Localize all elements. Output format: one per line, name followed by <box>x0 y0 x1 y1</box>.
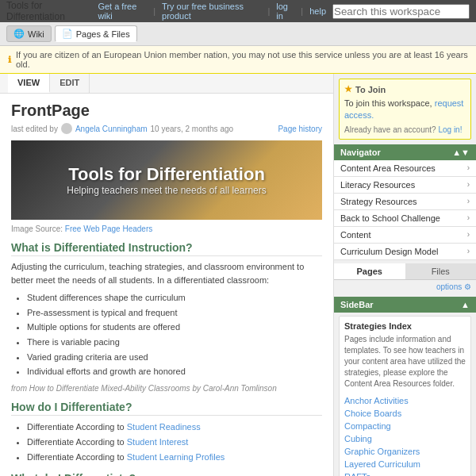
list-item: Student differences shape the curriculum <box>27 290 322 305</box>
join-text: To join this workspace, request access. <box>344 98 466 122</box>
student-readiness-link[interactable]: Student Readiness <box>127 422 201 432</box>
sidebar-panel: SideBar ▲ Strategies Index Pages include… <box>334 297 476 476</box>
section-list-1: Student differences shape the curriculum… <box>27 290 322 379</box>
strategy-link[interactable]: RAFTs <box>344 472 370 476</box>
navigator-header: Navigator ▲▼ <box>334 144 476 160</box>
sidebar-section-header: SideBar ▲ <box>334 297 476 313</box>
strategy-item: RAFTs <box>344 470 466 476</box>
nav-item-content[interactable]: Content › <box>334 227 476 244</box>
pages-files-tab[interactable]: 📄 Pages & Files <box>55 25 137 42</box>
star-icon: ★ <box>344 84 352 94</box>
chevron-right-icon: › <box>467 230 470 239</box>
content-area: VIEW EDIT FrontPage last edited by Angel… <box>0 74 333 476</box>
pages-tab-label: Pages & Files <box>76 29 130 39</box>
navigator-arrows: ▲▼ <box>452 148 470 157</box>
strategy-item: Anchor Activities <box>344 394 466 407</box>
pages-icon: 📄 <box>62 29 73 39</box>
hero-title: Tools for Differentiation <box>68 164 265 185</box>
nav-item-label: Content <box>340 230 371 240</box>
meta-edited-label: last edited by <box>11 125 58 133</box>
section-heading-1: What is Differentiated Instruction? <box>11 241 322 256</box>
strategy-item: Layered Curriculum <box>344 458 466 470</box>
diff-text3: Differentiate According to <box>27 452 127 462</box>
avatar <box>61 123 72 134</box>
main-layout: VIEW EDIT FrontPage last edited by Angel… <box>0 74 476 476</box>
section-heading-2: How do I Differentiate? <box>11 401 322 416</box>
strategy-item: Choice Boards <box>344 407 466 420</box>
student-interest-link[interactable]: Student Interest <box>127 437 189 447</box>
section-text-1: Adjusting the curriculum, teaching strat… <box>11 260 322 286</box>
try-business-link[interactable]: Try our free business product <box>162 2 261 21</box>
join-title-text: To Join <box>355 85 386 94</box>
page-title: FrontPage <box>11 102 322 120</box>
separator2: | <box>267 6 270 16</box>
list-item: Individual efforts and growth are honore… <box>27 364 322 379</box>
wiki-tab-label: Wiki <box>28 29 44 39</box>
strategy-link[interactable]: Cubing <box>344 434 372 443</box>
strategy-link[interactable]: Layered Curriculum <box>344 459 420 469</box>
options-link[interactable]: options <box>436 282 462 291</box>
top-bar: Tools for Differentiation Get a free wik… <box>0 0 476 22</box>
image-source-link[interactable]: Free Web Page Headers <box>65 225 152 233</box>
list-item: Multiple options for students are offere… <box>27 320 322 335</box>
sidebar-title: SideBar <box>340 300 374 309</box>
nav-item-strategy[interactable]: Strategy Resources › <box>334 194 476 210</box>
diff-text2: Differentiate According to <box>27 437 127 447</box>
list-item: Pre-assessment is typical and frequent <box>27 305 322 321</box>
login-sidebar-link[interactable]: Log in! <box>438 125 462 134</box>
view-tab[interactable]: VIEW <box>8 74 50 93</box>
navigator-title: Navigator <box>340 148 381 157</box>
options-bar: options ⚙ <box>334 280 476 294</box>
sidebar-arrows: ▲ <box>461 300 470 309</box>
source-text-1: from How to Differentiate Mixed-Ability … <box>11 384 322 393</box>
info-icon: ℹ <box>8 55 11 65</box>
list-item: Varied grading criteria are used <box>27 350 322 365</box>
get-free-wiki-link[interactable]: Get a free wiki <box>98 2 147 21</box>
image-source: Image Source: Free Web Page Headers <box>11 225 322 233</box>
wiki-tab[interactable]: 🌐 Wiki <box>6 25 52 42</box>
chevron-right-icon: › <box>467 247 470 255</box>
strategy-link[interactable]: Choice Boards <box>344 409 401 418</box>
app-title: Tools for Differentiation <box>6 0 98 22</box>
list-item: There is variable pacing <box>27 335 322 350</box>
help-link[interactable]: help <box>309 6 326 16</box>
join-title: ★ To Join <box>344 84 466 94</box>
eu-notice-text: If you are citizen of an European Union … <box>16 50 468 69</box>
navigator-box: Navigator ▲▼ Content Area Resources › Li… <box>334 144 476 260</box>
eu-notice: ℹ If you are citizen of an European Unio… <box>0 46 476 74</box>
student-profiles-link[interactable]: Student Learning Profiles <box>127 452 225 462</box>
strategies-desc: Pages include information and templates.… <box>344 334 466 390</box>
nav-item-curriculum[interactable]: Curriculum Design Model › <box>334 244 476 260</box>
hero-subtitle: Helping teachers meet the needs of all l… <box>67 185 266 196</box>
image-source-label: Image Source: <box>11 225 63 233</box>
strategy-item: Graphic Organizers <box>344 445 466 458</box>
hero-image: Tools for Differentiation Helping teache… <box>11 140 322 220</box>
list-item: Differentiate According to Student Readi… <box>27 420 322 435</box>
nav-item-label: Back to School Challenge <box>340 213 440 223</box>
files-pf-tab[interactable]: Files <box>405 263 477 279</box>
edit-tab[interactable]: EDIT <box>50 74 90 93</box>
section-heading-3: What do I Differentiate? <box>11 472 322 476</box>
time-ago: 10 years, 2 months ago <box>151 125 234 133</box>
pages-files-tabs: Pages Files <box>334 263 476 280</box>
join-box: ★ To Join To join this workspace, reques… <box>339 79 471 140</box>
strategy-link[interactable]: Anchor Activities <box>344 396 409 405</box>
nav-item-label: Strategy Resources <box>340 197 417 206</box>
page-history-link[interactable]: Page history <box>278 125 322 133</box>
strategy-link[interactable]: Compacting <box>344 421 391 431</box>
view-edit-tabs: VIEW EDIT <box>0 74 333 94</box>
search-input[interactable] <box>332 4 470 19</box>
login-link[interactable]: log in <box>276 2 294 21</box>
strategy-item: Cubing <box>344 432 466 445</box>
diff-text: Differentiate According to <box>27 422 127 432</box>
list-item: Differentiate According to Student Inter… <box>27 435 322 450</box>
nav-item-back-to-school[interactable]: Back to School Challenge › <box>334 210 476 227</box>
nav-item-content-area[interactable]: Content Area Resources › <box>334 160 476 177</box>
nav-item-literacy[interactable]: Literacy Resources › <box>334 177 476 194</box>
author-link[interactable]: Angela Cunningham <box>75 125 148 133</box>
section-list-2: Differentiate According to Student Readi… <box>27 420 322 464</box>
separator3: | <box>301 6 303 16</box>
pages-pf-tab[interactable]: Pages <box>334 263 405 279</box>
strategy-link[interactable]: Graphic Organizers <box>344 447 420 456</box>
top-bar-right: Get a free wiki | Try our free business … <box>98 2 470 21</box>
